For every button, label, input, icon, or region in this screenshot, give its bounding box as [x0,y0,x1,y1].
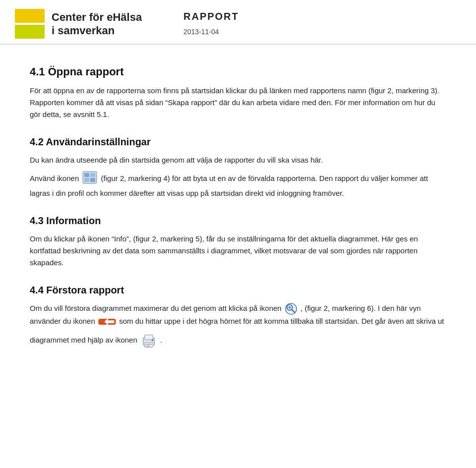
section-4-3-para-1: Om du klickar på ikonen “Info”, (figur 2… [30,233,446,269]
svg-rect-3 [84,178,89,182]
settings-icon [82,171,97,187]
para-4-4-suffix: diagrammet med hjälp av ikonen [30,336,137,344]
page: Center för eHälsa i samverkan RAPPORT 20… [0,0,476,468]
section-4-2-para-2: Använd ikonen (figur 2, markering 4) för… [30,171,446,199]
section-4-2-heading: 4.2 Användarinställningar [30,134,446,149]
print-icon [140,332,157,349]
logo-area: Center för eHälsa i samverkan [15,9,154,39]
logo-block-top [15,9,45,23]
logo-blocks [15,9,45,39]
svg-rect-17 [145,346,150,347]
rapport-date: 2013-11-04 [183,27,239,37]
logo-line2: i samverkan [52,24,142,38]
rapport-area: RAPPORT 2013-11-04 [183,9,239,37]
section-4-3-heading: 4.3 Information [30,213,446,228]
back-arrow-icon [98,316,116,327]
svg-point-18 [152,339,154,341]
section-4-1-heading: 4.1 Öppna rapport [30,63,446,80]
rapport-title: RAPPORT [183,9,239,24]
logo-text: Center för eHälsa i samverkan [52,10,142,38]
section-4-4-heading: 4.4 Förstora rapport [30,283,446,297]
para2-prefix: Använd ikonen [30,174,81,182]
logo-block-bottom [15,25,45,39]
logo-line1: Center för eHälsa [52,10,142,24]
main-content: 4.1 Öppna rapport För att öppna en av de… [0,45,476,369]
section-4-1-para-1: För att öppna en av de rapporterna som f… [30,85,446,120]
svg-rect-14 [144,335,153,340]
page-header: Center för eHälsa i samverkan RAPPORT 20… [0,0,476,44]
svg-rect-4 [90,178,95,182]
section-4-4-para-1: Om du vill förstora diagrammet maximerar… [30,302,446,327]
svg-rect-12 [108,320,115,323]
svg-rect-1 [84,173,89,177]
svg-rect-16 [145,344,152,345]
zoom-icon [285,302,298,315]
section-4-2-para-1: Du kan ändra utseende på din startsida g… [30,154,446,166]
svg-rect-2 [90,173,95,177]
section-4-4-para-2: diagrammet med hjälp av ikonen . [30,332,446,349]
para-4-4-prefix: Om du vill förstora diagrammet maximerar… [30,304,284,312]
